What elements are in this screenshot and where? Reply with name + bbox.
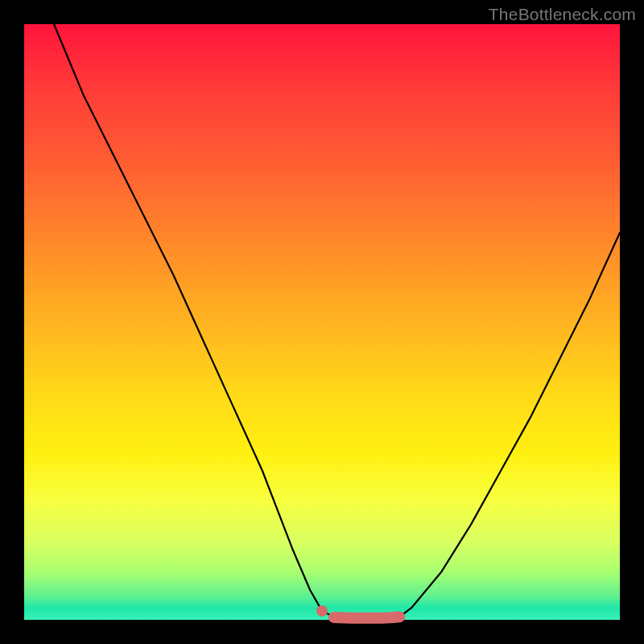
curve-right-branch <box>399 233 620 617</box>
curve-left-branch <box>54 24 334 617</box>
plot-area <box>24 24 620 620</box>
marker-lone-dot <box>316 605 328 617</box>
chart-svg <box>24 24 620 620</box>
chart-frame: TheBottleneck.com <box>0 0 644 644</box>
minimum-highlight <box>334 617 399 617</box>
watermark-text: TheBottleneck.com <box>489 5 636 24</box>
